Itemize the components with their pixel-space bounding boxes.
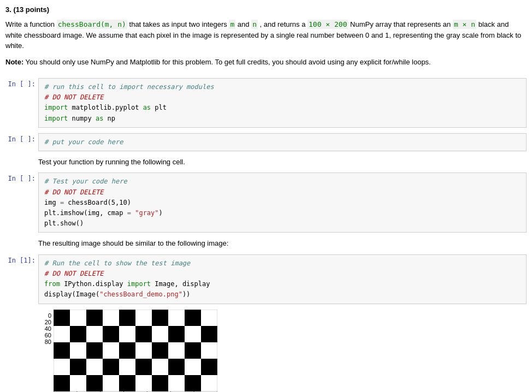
array-size: 100 × 200	[308, 20, 348, 29]
problem-description: Write a function chessBoard(m, n) that t…	[5, 19, 527, 51]
cell-code: In [ ]: # put your code here	[5, 133, 527, 151]
code-line-10: plt.show()	[44, 218, 521, 229]
svg-rect-38	[185, 359, 201, 375]
svg-rect-4	[119, 310, 135, 326]
cell-content-3[interactable]: # Test your code here # DO NOT DELETE im…	[38, 173, 527, 233]
svg-rect-11	[70, 326, 86, 342]
svg-rect-19	[201, 326, 217, 342]
svg-rect-44	[119, 375, 135, 391]
svg-rect-16	[152, 326, 168, 342]
code-line-12: # DO NOT DELETE	[44, 269, 521, 279]
param-n: n	[251, 20, 258, 29]
svg-rect-1	[70, 310, 86, 326]
svg-rect-24	[119, 342, 135, 359]
svg-rect-9	[201, 310, 217, 326]
svg-rect-13	[103, 326, 119, 342]
svg-rect-36	[152, 359, 168, 375]
chess-board-svg: 0 25 50 75 100 125 150 175	[54, 310, 217, 392]
svg-rect-26	[152, 342, 168, 359]
between-text-1: Test your function by running the follow…	[38, 157, 527, 168]
svg-rect-43	[103, 375, 119, 391]
cell-label-4: In [1]:	[5, 254, 38, 264]
svg-rect-10	[54, 326, 70, 342]
chess-board-image: 0 25 50 75 100 125 150 175	[54, 310, 217, 392]
svg-rect-3	[103, 310, 119, 326]
svg-rect-37	[168, 359, 185, 375]
svg-rect-15	[135, 326, 152, 342]
svg-rect-8	[185, 310, 201, 326]
code-line-5: # put your code here	[44, 137, 521, 147]
y-axis: 0 20 40 60 80	[38, 310, 54, 345]
cell-display: In [1]: # Run the cell to show the test …	[5, 254, 527, 304]
y-label-0: 0	[48, 312, 51, 319]
svg-rect-33	[103, 359, 119, 375]
svg-rect-17	[168, 326, 185, 342]
cell-content-4[interactable]: # Run the cell to show the test image # …	[38, 254, 527, 304]
svg-rect-18	[185, 326, 201, 342]
y-label-40: 40	[45, 325, 51, 332]
svg-rect-32	[86, 359, 103, 375]
cell-content-2[interactable]: # put your code here	[38, 133, 527, 151]
mn-size: m × n	[453, 20, 476, 29]
code-line-11: # Run the cell to show the test image	[44, 258, 521, 269]
svg-rect-6	[152, 310, 168, 326]
svg-rect-28	[185, 342, 201, 359]
svg-rect-48	[185, 375, 201, 391]
svg-rect-7	[168, 310, 185, 326]
svg-rect-40	[54, 375, 70, 391]
svg-rect-49	[201, 375, 217, 391]
y-label-60: 60	[45, 332, 51, 338]
svg-rect-35	[135, 359, 152, 375]
problem-header: 3. (13 points)	[5, 5, 527, 14]
svg-rect-45	[135, 375, 152, 391]
svg-rect-22	[86, 342, 103, 359]
code-line-6: # Test your code here	[44, 176, 521, 187]
page-container: 3. (13 points) Write a function chessBoa…	[0, 5, 532, 392]
code-line-7: # DO NOT DELETE	[44, 187, 521, 198]
svg-rect-31	[70, 359, 86, 375]
svg-rect-23	[103, 342, 119, 359]
svg-rect-14	[119, 326, 135, 342]
y-label-80: 80	[45, 338, 51, 345]
svg-rect-46	[152, 375, 168, 391]
svg-rect-21	[70, 342, 86, 359]
svg-rect-25	[135, 342, 152, 359]
cell-content-1[interactable]: # run this cell to import necessary modu…	[38, 78, 527, 128]
code-line-2: # DO NOT DELETE	[44, 92, 521, 103]
svg-rect-27	[168, 342, 185, 359]
svg-rect-39	[201, 359, 217, 375]
code-line-1: # run this cell to import necessary modu…	[44, 82, 521, 92]
svg-rect-20	[54, 342, 70, 359]
chess-board-output: 0 20 40 60 80	[38, 310, 527, 392]
code-line-13: from IPython.display import Image, displ…	[44, 279, 521, 289]
svg-rect-47	[168, 375, 185, 391]
between-text-2: The resulting image should be similar to…	[38, 238, 527, 249]
svg-rect-34	[119, 359, 135, 375]
cell-label-3: In [ ]:	[5, 173, 38, 182]
svg-rect-29	[201, 342, 217, 359]
y-label-20: 20	[45, 319, 51, 325]
cell-test: In [ ]: # Test your code here # DO NOT D…	[5, 173, 527, 233]
svg-rect-41	[70, 375, 86, 391]
code-line-14: display(Image("chessBoard_demo.png"))	[44, 289, 521, 300]
svg-rect-12	[86, 326, 103, 342]
svg-rect-30	[54, 359, 70, 375]
cell-label-2: In [ ]:	[5, 133, 38, 143]
code-line-3: import matplotlib.pyplot as plt	[44, 103, 521, 113]
param-m: m	[229, 20, 235, 29]
svg-rect-0	[54, 310, 70, 326]
code-line-4: import numpy as np	[44, 114, 521, 124]
cell-label-1: In [ ]:	[5, 78, 38, 88]
code-line-9: plt.imshow(img, cmap = "gray")	[44, 208, 521, 218]
svg-rect-42	[86, 375, 103, 391]
note-text: Note: You should only use NumPy and Matp…	[5, 57, 527, 68]
code-line-8: img = chessBoard(5,10)	[44, 198, 521, 208]
svg-rect-5	[135, 310, 152, 326]
svg-rect-2	[86, 310, 103, 326]
function-name: chessBoard(m, n)	[57, 20, 127, 29]
cell-import: In [ ]: # run this cell to import necess…	[5, 78, 527, 128]
